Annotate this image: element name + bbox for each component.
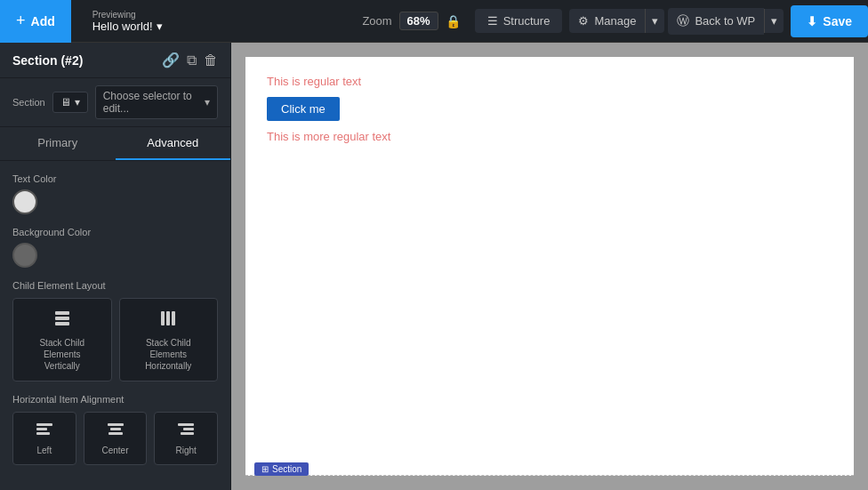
manage-dropdown-button[interactable]: ▾ [645, 9, 664, 33]
svg-rect-12 [178, 423, 194, 426]
previewing-label: Previewing [92, 10, 163, 20]
canvas-area: This is regular text Click me This is mo… [231, 43, 868, 490]
selector-row: Section 🖥 ▾ Choose selector to edit... ▾ [0, 78, 230, 127]
section-label: Section [12, 97, 45, 108]
manage-button[interactable]: ⚙ Manage [569, 9, 645, 33]
more-regular-text: This is more regular text [267, 130, 832, 143]
chevron-down-icon: ▾ [652, 14, 658, 28]
delete-icon-button[interactable]: 🗑 [204, 52, 218, 68]
section-badge-label: Section [272, 464, 301, 474]
zoom-value[interactable]: 68% [399, 12, 438, 30]
stack-vertical-icon [52, 308, 73, 333]
preview-select[interactable]: Hello world! ▾ [92, 20, 163, 33]
stack-horizontal-icon [157, 308, 179, 333]
topbar: + Add Previewing Hello world! ▾ Zoom 68%… [0, 0, 868, 43]
copy-icon-button[interactable]: ⧉ [187, 52, 197, 68]
save-label: Save [823, 14, 852, 28]
child-layout-label: Child Element Layout [12, 280, 218, 291]
manage-section: ⚙ Manage ▾ [569, 9, 664, 33]
tab-primary-label: Primary [37, 136, 77, 149]
align-options: Left Center [12, 412, 218, 465]
plus-icon: + [16, 12, 26, 30]
align-right[interactable]: Right [154, 412, 218, 465]
preview-value: Hello world! [92, 20, 153, 33]
selector-placeholder: Choose selector to edit... [103, 90, 205, 115]
section-divider [245, 475, 854, 476]
tab-row: Primary Advanced [0, 127, 230, 161]
svg-rect-10 [110, 428, 121, 430]
desktop-icon: 🖥 [60, 96, 71, 108]
chevron-down-icon: ▾ [75, 96, 80, 108]
back-to-wp-dropdown-button[interactable]: ▾ [764, 9, 784, 33]
layout-horizontal[interactable]: Stack Child ElementsHorizontally [119, 298, 219, 382]
align-center[interactable]: Center [84, 412, 148, 465]
chevron-down-icon: ▾ [157, 20, 163, 33]
align-left-label: Left [36, 446, 52, 455]
align-center-icon [106, 422, 125, 442]
structure-icon: ☰ [487, 14, 498, 28]
section-header: Section (#2) 🔗 ⧉ 🗑 [0, 43, 230, 78]
add-label: Add [31, 14, 55, 28]
add-button[interactable]: + Add [0, 0, 71, 43]
layout-horizontal-label: Stack Child ElementsHorizontally [136, 337, 202, 372]
panel-content: Text Color Background Color Child Elemen… [0, 161, 230, 490]
svg-rect-8 [36, 432, 50, 435]
svg-rect-11 [108, 432, 123, 435]
structure-label: Structure [503, 14, 551, 28]
click-me-button[interactable]: Click me [267, 97, 340, 121]
canvas-content: This is regular text Click me This is mo… [245, 57, 854, 170]
svg-rect-13 [183, 428, 194, 430]
svg-rect-3 [161, 311, 165, 325]
svg-rect-6 [36, 423, 52, 426]
zoom-label: Zoom [362, 14, 391, 28]
tab-primary[interactable]: Primary [0, 127, 116, 160]
svg-rect-0 [55, 311, 69, 315]
canvas-inner: This is regular text Click me This is mo… [245, 57, 854, 476]
h-align-label: Horizontal Item Alignment [12, 394, 218, 405]
zoom-section: Zoom 68% 🔒 [348, 12, 474, 30]
text-color-label: Text Color [12, 173, 218, 184]
device-select[interactable]: 🖥 ▾ [52, 92, 88, 113]
align-center-label: Center [102, 446, 129, 455]
svg-rect-14 [181, 432, 194, 435]
section-icons: 🔗 ⧉ 🗑 [162, 52, 218, 68]
svg-rect-1 [55, 317, 69, 320]
wp-logo-icon: Ⓦ [677, 13, 689, 29]
layout-vertical-label: Stack Child ElementsVertically [29, 337, 95, 372]
manage-label: Manage [594, 14, 636, 28]
link-icon-button[interactable]: 🔗 [162, 52, 180, 68]
chevron-down-icon: ▾ [205, 96, 210, 108]
manage-icon: ⚙ [578, 14, 589, 28]
selector-dropdown[interactable]: Choose selector to edit... ▾ [95, 85, 218, 119]
svg-rect-2 [55, 322, 69, 325]
save-icon: ⬇ [807, 14, 817, 28]
bg-color-swatch[interactable] [12, 243, 37, 268]
align-left-icon [35, 422, 54, 442]
align-right-icon [176, 422, 196, 442]
svg-rect-9 [108, 423, 124, 426]
svg-rect-4 [166, 311, 170, 325]
tab-advanced[interactable]: Advanced [116, 127, 231, 160]
main-content: Section (#2) 🔗 ⧉ 🗑 Section 🖥 ▾ Choose se… [0, 43, 868, 490]
chevron-down-icon: ▾ [771, 14, 777, 28]
bg-color-label: Background Color [12, 227, 218, 237]
preview-section: Previewing Hello world! ▾ [80, 10, 175, 33]
back-to-wp-section: Ⓦ Back to WP ▾ [668, 8, 784, 35]
tab-advanced-label: Advanced [147, 136, 198, 149]
regular-text: This is regular text [267, 75, 832, 88]
back-to-wp-button[interactable]: Ⓦ Back to WP [668, 8, 764, 35]
text-color-swatch[interactable] [12, 189, 37, 214]
layout-vertical[interactable]: Stack Child ElementsVertically [12, 298, 112, 382]
structure-button[interactable]: ☰ Structure [475, 9, 563, 33]
svg-rect-5 [172, 311, 175, 325]
section-title: Section (#2) [12, 53, 83, 68]
lock-icon[interactable]: 🔒 [446, 14, 461, 28]
layout-options: Stack Child ElementsVertically Stack Chi… [12, 298, 218, 382]
save-button[interactable]: ⬇ Save [791, 5, 868, 37]
left-panel: Section (#2) 🔗 ⧉ 🗑 Section 🖥 ▾ Choose se… [0, 43, 231, 490]
section-badge-icon: ⊞ [261, 464, 269, 474]
section-badge[interactable]: ⊞ Section [254, 462, 309, 476]
align-right-label: Right [176, 446, 197, 455]
alignment-section: Horizontal Item Alignment Left [12, 394, 218, 465]
align-left[interactable]: Left [12, 412, 76, 465]
